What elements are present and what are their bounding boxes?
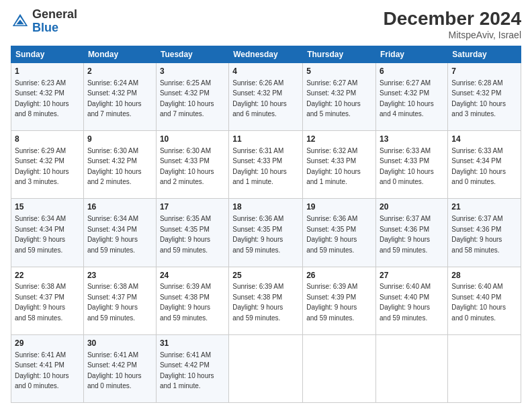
day-10: 10Sunrise: 6:30 AMSunset: 4:33 PMDayligh… bbox=[156, 131, 228, 199]
day-13: 13Sunrise: 6:33 AMSunset: 4:33 PMDayligh… bbox=[376, 131, 448, 199]
day-num: 10 bbox=[160, 134, 225, 145]
day-info: Sunrise: 6:36 AMSunset: 4:35 PMDaylight:… bbox=[306, 215, 357, 254]
day-28: 28Sunrise: 6:40 AMSunset: 4:40 PMDayligh… bbox=[448, 267, 521, 334]
day-empty-4-6 bbox=[448, 334, 521, 402]
day-num: 13 bbox=[380, 134, 444, 145]
logo-icon bbox=[11, 12, 30, 31]
week-row-3: 15Sunrise: 6:34 AMSunset: 4:34 PMDayligh… bbox=[11, 199, 521, 267]
header-row: Sunday Monday Tuesday Wednesday Thursday… bbox=[11, 46, 521, 63]
day-num: 18 bbox=[232, 201, 299, 213]
day-info: Sunrise: 6:35 AMSunset: 4:35 PMDaylight:… bbox=[160, 215, 211, 254]
header-tuesday: Tuesday bbox=[156, 46, 228, 63]
day-27: 27Sunrise: 6:40 AMSunset: 4:40 PMDayligh… bbox=[376, 267, 448, 334]
day-info: Sunrise: 6:38 AMSunset: 4:37 PMDaylight:… bbox=[87, 283, 138, 322]
day-5: 5Sunrise: 6:27 AMSunset: 4:32 PMDaylight… bbox=[303, 63, 376, 131]
day-info: Sunrise: 6:27 AMSunset: 4:32 PMDaylight:… bbox=[380, 79, 434, 118]
header-thursday: Thursday bbox=[303, 46, 376, 63]
header-sunday: Sunday bbox=[11, 46, 84, 63]
day-num: 8 bbox=[15, 134, 80, 145]
logo-blue: Blue bbox=[32, 21, 77, 35]
week-row-5: 29Sunrise: 6:41 AMSunset: 4:41 PMDayligh… bbox=[11, 334, 521, 402]
day-info: Sunrise: 6:39 AMSunset: 4:39 PMDaylight:… bbox=[306, 283, 357, 322]
day-info: Sunrise: 6:28 AMSunset: 4:32 PMDaylight:… bbox=[451, 79, 506, 118]
day-info: Sunrise: 6:40 AMSunset: 4:40 PMDaylight:… bbox=[451, 283, 506, 322]
day-9: 9Sunrise: 6:30 AMSunset: 4:32 PMDaylight… bbox=[83, 131, 156, 199]
day-num: 24 bbox=[160, 270, 225, 281]
day-num: 14 bbox=[451, 134, 517, 145]
day-3: 3Sunrise: 6:25 AMSunset: 4:32 PMDaylight… bbox=[156, 63, 228, 131]
day-num: 20 bbox=[380, 201, 444, 213]
day-1: 1Sunrise: 6:23 AMSunset: 4:32 PMDaylight… bbox=[11, 63, 84, 131]
day-num: 26 bbox=[306, 270, 372, 281]
day-23: 23Sunrise: 6:38 AMSunset: 4:37 PMDayligh… bbox=[83, 267, 156, 334]
day-26: 26Sunrise: 6:39 AMSunset: 4:39 PMDayligh… bbox=[303, 267, 376, 334]
day-info: Sunrise: 6:37 AMSunset: 4:36 PMDaylight:… bbox=[380, 215, 431, 254]
day-num: 12 bbox=[306, 134, 372, 145]
day-info: Sunrise: 6:41 AMSunset: 4:42 PMDaylight:… bbox=[160, 351, 214, 390]
day-num: 21 bbox=[451, 201, 517, 213]
day-num: 25 bbox=[232, 270, 299, 281]
day-info: Sunrise: 6:30 AMSunset: 4:33 PMDaylight:… bbox=[160, 147, 214, 186]
logo-text: General Blue bbox=[32, 8, 77, 35]
day-num: 23 bbox=[87, 270, 152, 281]
calendar-table: Sunday Monday Tuesday Wednesday Thursday… bbox=[11, 46, 521, 403]
day-info: Sunrise: 6:26 AMSunset: 4:32 PMDaylight:… bbox=[232, 79, 287, 118]
day-info: Sunrise: 6:34 AMSunset: 4:34 PMDaylight:… bbox=[87, 215, 138, 254]
day-info: Sunrise: 6:37 AMSunset: 4:36 PMDaylight:… bbox=[451, 215, 502, 254]
day-info: Sunrise: 6:25 AMSunset: 4:32 PMDaylight:… bbox=[160, 79, 214, 118]
day-num: 6 bbox=[380, 66, 444, 77]
day-info: Sunrise: 6:23 AMSunset: 4:32 PMDaylight:… bbox=[15, 79, 69, 118]
day-18: 18Sunrise: 6:36 AMSunset: 4:35 PMDayligh… bbox=[229, 199, 303, 267]
day-num: 31 bbox=[160, 338, 225, 349]
week-row-2: 8Sunrise: 6:29 AMSunset: 4:32 PMDaylight… bbox=[11, 131, 521, 199]
day-empty-4-5 bbox=[376, 334, 448, 402]
day-4: 4Sunrise: 6:26 AMSunset: 4:32 PMDaylight… bbox=[229, 63, 303, 131]
day-info: Sunrise: 6:24 AMSunset: 4:32 PMDaylight:… bbox=[87, 79, 142, 118]
day-info: Sunrise: 6:33 AMSunset: 4:34 PMDaylight:… bbox=[451, 147, 506, 186]
month-title: December 2024 bbox=[384, 8, 521, 30]
day-empty-4-3 bbox=[229, 334, 303, 402]
day-24: 24Sunrise: 6:39 AMSunset: 4:38 PMDayligh… bbox=[156, 267, 228, 334]
day-info: Sunrise: 6:41 AMSunset: 4:42 PMDaylight:… bbox=[87, 351, 142, 390]
day-num: 7 bbox=[451, 66, 517, 77]
day-info: Sunrise: 6:32 AMSunset: 4:33 PMDaylight:… bbox=[306, 147, 361, 186]
day-info: Sunrise: 6:29 AMSunset: 4:32 PMDaylight:… bbox=[15, 147, 69, 186]
day-info: Sunrise: 6:33 AMSunset: 4:33 PMDaylight:… bbox=[380, 147, 434, 186]
day-num: 28 bbox=[451, 270, 517, 281]
day-num: 22 bbox=[15, 270, 80, 281]
day-info: Sunrise: 6:38 AMSunset: 4:37 PMDaylight:… bbox=[15, 283, 66, 322]
day-21: 21Sunrise: 6:37 AMSunset: 4:36 PMDayligh… bbox=[448, 199, 521, 267]
location: MitspeAviv, Israel bbox=[384, 30, 521, 40]
day-15: 15Sunrise: 6:34 AMSunset: 4:34 PMDayligh… bbox=[11, 199, 84, 267]
day-12: 12Sunrise: 6:32 AMSunset: 4:33 PMDayligh… bbox=[303, 131, 376, 199]
day-info: Sunrise: 6:39 AMSunset: 4:38 PMDaylight:… bbox=[232, 283, 283, 322]
day-2: 2Sunrise: 6:24 AMSunset: 4:32 PMDaylight… bbox=[83, 63, 156, 131]
page-header: General Blue December 2024 MitspeAviv, I… bbox=[11, 8, 521, 40]
day-6: 6Sunrise: 6:27 AMSunset: 4:32 PMDaylight… bbox=[376, 63, 448, 131]
day-17: 17Sunrise: 6:35 AMSunset: 4:35 PMDayligh… bbox=[156, 199, 228, 267]
day-31: 31Sunrise: 6:41 AMSunset: 4:42 PMDayligh… bbox=[156, 334, 228, 402]
day-25: 25Sunrise: 6:39 AMSunset: 4:38 PMDayligh… bbox=[229, 267, 303, 334]
day-7: 7Sunrise: 6:28 AMSunset: 4:32 PMDaylight… bbox=[448, 63, 521, 131]
day-num: 16 bbox=[87, 201, 152, 213]
day-info: Sunrise: 6:39 AMSunset: 4:38 PMDaylight:… bbox=[160, 283, 211, 322]
day-info: Sunrise: 6:34 AMSunset: 4:34 PMDaylight:… bbox=[15, 215, 66, 254]
day-num: 19 bbox=[306, 201, 372, 213]
day-num: 5 bbox=[306, 66, 372, 77]
title-section: December 2024 MitspeAviv, Israel bbox=[384, 8, 521, 40]
day-info: Sunrise: 6:36 AMSunset: 4:35 PMDaylight:… bbox=[232, 215, 283, 254]
header-saturday: Saturday bbox=[448, 46, 521, 63]
day-num: 17 bbox=[160, 201, 225, 213]
week-row-4: 22Sunrise: 6:38 AMSunset: 4:37 PMDayligh… bbox=[11, 267, 521, 334]
day-19: 19Sunrise: 6:36 AMSunset: 4:35 PMDayligh… bbox=[303, 199, 376, 267]
day-info: Sunrise: 6:31 AMSunset: 4:33 PMDaylight:… bbox=[232, 147, 287, 186]
day-empty-4-4 bbox=[303, 334, 376, 402]
day-info: Sunrise: 6:41 AMSunset: 4:41 PMDaylight:… bbox=[15, 351, 69, 390]
day-num: 4 bbox=[232, 66, 299, 77]
logo-general: General bbox=[32, 8, 77, 21]
day-num: 1 bbox=[15, 66, 80, 77]
day-num: 30 bbox=[87, 338, 152, 349]
header-friday: Friday bbox=[376, 46, 448, 63]
day-num: 29 bbox=[15, 338, 80, 349]
header-monday: Monday bbox=[83, 46, 156, 63]
